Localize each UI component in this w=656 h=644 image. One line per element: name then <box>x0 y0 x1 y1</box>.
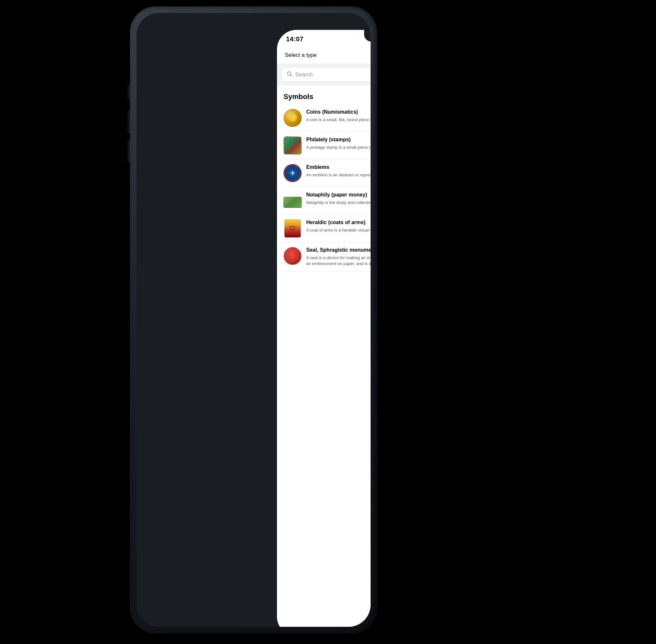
heraldic-icon: 🛡 <box>284 219 301 237</box>
list-item[interactable]: 🪙 Coins (Numismatics) A coin is a small,… <box>277 104 371 132</box>
item-text-seal: Seal, Sphragistic monuments (stamps) A s… <box>306 247 371 267</box>
list-item[interactable]: Philately (stamps) A postage stamp is a … <box>277 132 371 159</box>
search-bar[interactable]: Search <box>282 68 371 82</box>
phone-bezel: 14:07 <box>136 13 371 627</box>
item-text-philately: Philately (stamps) A postage stamp is a … <box>306 136 371 151</box>
app-header: Select a type Cancel <box>277 48 371 64</box>
item-desc-seal: A seal is a device for making an impress… <box>306 255 371 267</box>
list-item[interactable]: ✈ Emblems An emblem is an abstract or re… <box>277 159 371 187</box>
item-text-emblems: Emblems An emblem is an abstract or repr… <box>306 164 371 178</box>
item-image-heraldic: 🛡 <box>283 219 302 237</box>
item-title-heraldic: Heraldic (coats of arms) <box>306 219 371 226</box>
money-icon <box>283 197 302 208</box>
item-desc-heraldic: A coat of arms is a heraldic visual desi… <box>306 227 371 233</box>
status-time: 14:07 <box>286 36 304 43</box>
status-bar: 14:07 <box>277 30 371 48</box>
item-desc-coins: A coin is a small, flat, round piece of … <box>306 117 371 123</box>
item-text-notaphily: Notaphily (paper money) Notaphily is the… <box>306 191 371 206</box>
app-content: Select a type Cancel Search <box>277 48 371 627</box>
item-title-philately: Philately (stamps) <box>306 136 371 143</box>
list-item[interactable]: 🛡 Heraldic (coats of arms) A coat of arm… <box>277 215 371 242</box>
item-image-coins: 🪙 <box>283 109 302 127</box>
scene: 14:07 <box>0 0 656 644</box>
item-title-coins: Coins (Numismatics) <box>306 109 371 116</box>
section-header: Symbols <box>277 86 371 104</box>
emblem-icon: ✈ <box>283 164 302 182</box>
item-title-emblems: Emblems <box>306 164 371 171</box>
item-text-heraldic: Heraldic (coats of arms) A coat of arms … <box>306 219 371 233</box>
search-container: Search <box>277 64 371 86</box>
item-image-notaphily <box>283 191 302 210</box>
svg-line-1 <box>291 75 292 77</box>
list-item[interactable]: Notaphily (paper money) Notaphily is the… <box>277 187 371 215</box>
item-image-seal: 🔴 <box>283 247 302 265</box>
search-input[interactable]: Search <box>295 71 313 78</box>
list-item[interactable]: 🔴 Seal, Sphragistic monuments (stamps) A… <box>277 242 371 272</box>
seal-icon: 🔴 <box>284 247 301 265</box>
item-text-coins: Coins (Numismatics) A coin is a small, f… <box>306 109 371 123</box>
item-desc-emblems: An emblem is an abstract or representati… <box>306 172 371 178</box>
item-title-notaphily: Notaphily (paper money) <box>306 191 371 199</box>
item-desc-philately: A postage stamp is a small piece of pape… <box>306 144 371 151</box>
volume-up-button <box>127 110 130 133</box>
coin-icon: 🪙 <box>283 109 302 127</box>
item-desc-notaphily: Notaphily is the study and collection of… <box>306 200 371 206</box>
silent-button <box>127 85 130 99</box>
item-title-seal: Seal, Sphragistic monuments (stamps) <box>306 247 371 254</box>
phone-screen: 14:07 <box>277 30 371 627</box>
item-image-philately <box>283 136 302 155</box>
search-icon <box>287 71 292 78</box>
stamp-icon <box>283 136 302 155</box>
volume-down-button <box>127 140 130 162</box>
items-list: 🪙 Coins (Numismatics) A coin is a small,… <box>277 104 371 272</box>
item-image-emblems: ✈ <box>283 164 302 182</box>
page-title: Select a type <box>285 52 316 59</box>
